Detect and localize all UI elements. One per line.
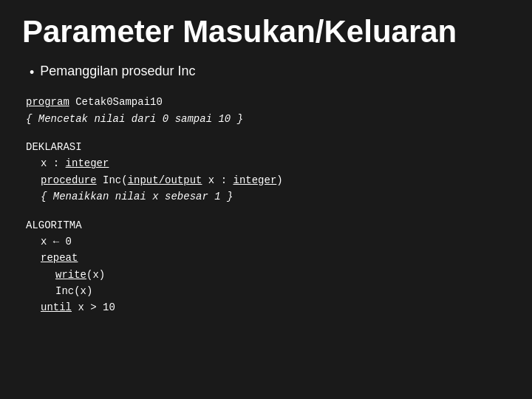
integer-keyword-2: integer [233, 174, 276, 186]
x-assign-line: x ← 0 [26, 233, 510, 250]
until-keyword: until [41, 301, 72, 313]
repeat-keyword: repeat [41, 252, 78, 264]
repeat-line: repeat [26, 250, 510, 266]
program-comment: { Mencetak nilai dari 0 sampai 10 } [26, 111, 510, 127]
algoritma-block: ALGORITMA x ← 0 repeat write(x) Inc(x) u… [22, 217, 510, 316]
integer-keyword-1: integer [66, 157, 109, 169]
page-container: Parameter Masukan/Keluaran • Pemanggilan… [0, 0, 532, 399]
deklarasi-x-line: x : integer [26, 155, 510, 171]
program-header-block: program Cetak0Sampai10 { Mencetak nilai … [22, 94, 510, 127]
procedure-keyword: procedure [41, 174, 97, 186]
bullet-item: • Pemanggilan prosedur Inc [22, 64, 510, 81]
write-line: write(x) [26, 267, 510, 283]
inputoutput-keyword: input/output [128, 174, 202, 186]
until-line: until x > 10 [26, 299, 510, 316]
program-keyword: program [26, 96, 69, 108]
inc-call-line: Inc(x) [26, 283, 510, 299]
program-line: program Cetak0Sampai10 [26, 94, 510, 110]
deklarasi-label: DEKLARASI [26, 139, 510, 155]
bullet-text: Pemanggilan prosedur Inc [40, 64, 195, 79]
deklarasi-block: DEKLARASI x : integer procedure Inc(inpu… [22, 139, 510, 205]
procedure-line: procedure Inc(input/output x : integer) [26, 172, 510, 188]
page-title: Parameter Masukan/Keluaran [22, 15, 510, 49]
procedure-comment: { Menaikkan nilai x sebesar 1 } [26, 188, 510, 205]
write-keyword: write [55, 269, 86, 281]
algoritma-label: ALGORITMA [26, 217, 510, 233]
bullet-dot: • [30, 65, 34, 81]
